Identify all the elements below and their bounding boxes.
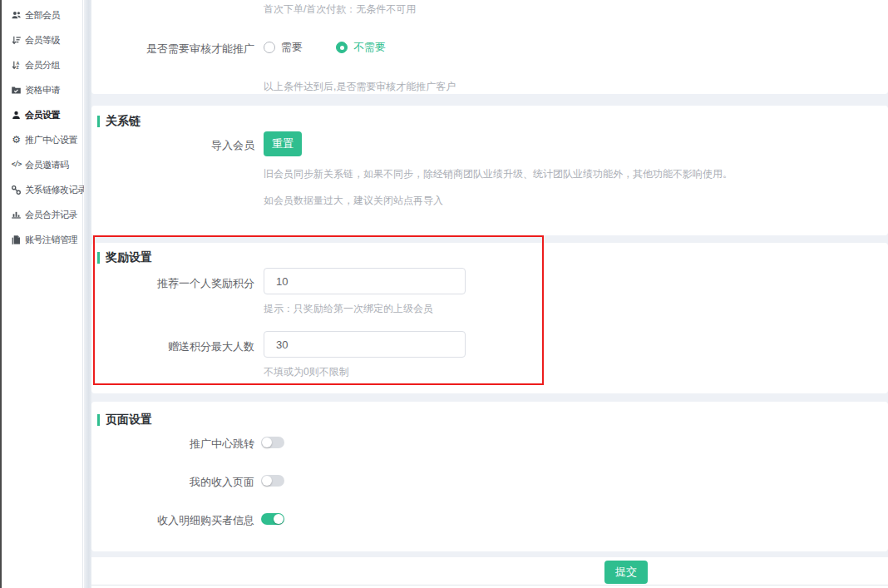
first-order-hint: 首次下单/首次付款：无条件不可用 <box>264 2 416 17</box>
reward-points-input[interactable] <box>264 268 466 294</box>
sidebar-item-promotion-settings[interactable]: ⚙ 推广中心设置 <box>2 127 82 152</box>
audit-hint: 以上条件达到后,是否需要审核才能推广客户 <box>264 80 456 94</box>
code-icon: </> <box>11 160 22 170</box>
footer-bar: 提交 <box>91 557 888 588</box>
section-title: 关系链 <box>106 114 141 129</box>
radio-need-label[interactable]: 需要 <box>281 40 303 55</box>
sort-group-icon: AZ <box>11 60 22 71</box>
content-area: 首次下单/首次付款：无条件不可用 是否需要审核才能推广 需要 不需要 以上条件达… <box>91 0 888 588</box>
promo-jump-label: 推广中心跳转 <box>91 437 254 452</box>
my-income-label: 我的收入页面 <box>91 475 254 490</box>
sidebar-item-invite-code[interactable]: </> 会员邀请码 <box>2 152 82 177</box>
radio-dot <box>340 46 344 50</box>
document-icon <box>11 235 22 245</box>
import-members-label: 导入会员 <box>91 138 254 153</box>
section-page-settings: 页面设置 推广中心跳转 我的收入页面 收入明细购买者信息 <box>91 402 888 551</box>
member-icon <box>11 110 22 121</box>
toggle-knob <box>274 514 284 524</box>
sidebar-item-relation-log[interactable]: 关系链修改记录 <box>2 177 82 202</box>
sidebar-item-qualification[interactable]: 资格申请 <box>2 77 82 102</box>
relation-chain-header: 关系链 <box>97 114 141 129</box>
page: 全部会员 会员等级 AZ 会员分组 资格申请 会员设置 ⚙ <box>0 0 888 588</box>
sidebar-item-label: 全部会员 <box>25 9 60 22</box>
submit-button[interactable]: 提交 <box>604 561 648 584</box>
section-audit: 首次下单/首次付款：无条件不可用 是否需要审核才能推广 需要 不需要 以上条件达… <box>91 0 888 94</box>
section-accent-bar <box>97 414 100 426</box>
sort-level-icon <box>11 35 22 46</box>
section-title: 页面设置 <box>106 413 152 427</box>
sidebar-item-label: 关系链修改记录 <box>25 184 86 196</box>
section-accent-bar <box>97 252 100 264</box>
sidebar-item-label: 会员等级 <box>25 34 60 47</box>
max-people-label: 赠送积分最大人数 <box>91 339 254 354</box>
sidebar-item-merge-log[interactable]: 会员合并记录 <box>2 202 82 227</box>
sidebar-item-member-groups[interactable]: AZ 会员分组 <box>2 52 82 77</box>
chain-link-icon <box>11 185 22 195</box>
audit-radio-group: 需要 不需要 <box>264 40 386 55</box>
reward-points-hint: 提示：只奖励给第一次绑定的上级会员 <box>264 302 433 316</box>
max-people-input[interactable] <box>264 331 466 358</box>
toggle-knob <box>262 437 272 447</box>
radio-need[interactable] <box>264 42 275 53</box>
relation-hint-1: 旧会员同步新关系链，如果不同步，除经销商团队业绩升级、统计团队业绩功能外，其他功… <box>264 167 733 181</box>
section-relation-chain: 关系链 导入会员 重置 旧会员同步新关系链，如果不同步，除经销商团队业绩升级、统… <box>91 106 888 235</box>
page-settings-header: 页面设置 <box>97 413 152 427</box>
svg-text:Z: Z <box>17 65 20 70</box>
sidebar-item-label: 会员分组 <box>25 59 60 72</box>
gear-icon: ⚙ <box>11 135 22 146</box>
relation-hint-2: 如会员数据量过大，建议关闭站点再导入 <box>264 194 443 208</box>
sidebar-item-label: 会员合并记录 <box>25 209 77 221</box>
sidebar-item-label: 账号注销管理 <box>25 234 77 246</box>
sidebar: 全部会员 会员等级 AZ 会员分组 资格申请 会员设置 ⚙ <box>2 0 83 588</box>
sidebar-item-label: 资格申请 <box>25 84 60 96</box>
qualification-folder-icon <box>11 85 22 96</box>
reset-button[interactable]: 重置 <box>264 131 302 156</box>
sidebar-item-member-settings[interactable]: 会员设置 <box>2 102 82 127</box>
sidebar-item-member-levels[interactable]: 会员等级 <box>2 27 82 52</box>
max-people-hint: 不填或为0则不限制 <box>264 365 349 379</box>
section-reward-settings: 奖励设置 推荐一个人奖励积分 提示：只奖励给第一次绑定的上级会员 赠送积分最大人… <box>91 243 888 393</box>
sidebar-item-label: 推广中心设置 <box>25 134 77 146</box>
sidebar-item-account-cancel[interactable]: 账号注销管理 <box>2 227 82 252</box>
sidebar-item-all-members[interactable]: 全部会员 <box>2 2 82 27</box>
my-income-toggle[interactable] <box>261 475 284 487</box>
radio-no-need[interactable] <box>336 42 348 53</box>
reward-settings-header: 奖励设置 <box>97 250 152 265</box>
sidebar-item-label: 会员设置 <box>25 109 60 121</box>
audit-label: 是否需要审核才能推广 <box>91 42 254 57</box>
radio-no-need-label[interactable]: 不需要 <box>353 40 386 55</box>
users-icon <box>11 10 22 21</box>
sidebar-scrollbar[interactable] <box>84 0 91 588</box>
footer-divider <box>91 585 888 586</box>
section-title: 奖励设置 <box>106 250 152 265</box>
promo-jump-toggle[interactable] <box>261 437 284 448</box>
sidebar-item-label: 会员邀请码 <box>25 159 69 171</box>
bar-chart-icon <box>11 210 22 220</box>
buyer-info-label: 收入明细购买者信息 <box>91 513 254 528</box>
reward-points-label: 推荐一个人奖励积分 <box>91 276 254 291</box>
toggle-knob <box>262 476 272 486</box>
buyer-info-toggle[interactable] <box>261 513 284 525</box>
section-accent-bar <box>97 116 100 127</box>
